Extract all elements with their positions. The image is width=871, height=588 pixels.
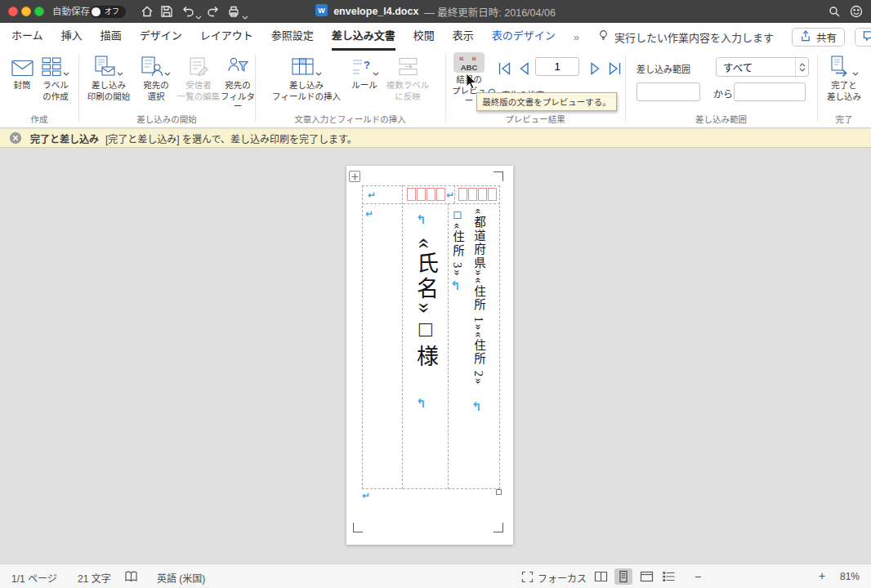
save-icon[interactable] xyxy=(160,5,173,18)
previous-record-button[interactable] xyxy=(517,61,531,79)
merge-range-dropdown[interactable]: すべて xyxy=(716,57,809,77)
feedback-smiley-icon[interactable] xyxy=(850,5,863,18)
merge-range-from-input[interactable] xyxy=(636,82,700,101)
group-label-finish: 完了 xyxy=(817,113,871,125)
insert-merge-field-icon xyxy=(292,56,314,78)
envelopes-button[interactable]: 封筒 xyxy=(5,52,39,90)
labels-button[interactable]: ラベル の作成 xyxy=(36,52,75,101)
message-bar: 完了と差し込み [完了と差し込み] を選んで、差し込み印刷を完了します。 xyxy=(0,128,871,148)
comments-button[interactable]: コメント xyxy=(855,28,871,47)
postal-code-box[interactable] xyxy=(436,188,445,201)
autosave-state: オフ xyxy=(105,7,119,17)
group-label-merge-range: 差し込み範囲 xyxy=(625,113,817,125)
postal-code-box[interactable] xyxy=(417,188,426,201)
tab-view[interactable]: 表示 xyxy=(453,23,474,51)
chevron-down-icon xyxy=(63,69,69,78)
page-indicator[interactable]: 1/1 ページ xyxy=(11,571,57,585)
insert-merge-field-button[interactable]: 差し込み フィールドの挿入 xyxy=(268,52,345,101)
focus-button[interactable]: フォーカス xyxy=(538,571,587,585)
select-recipients-button[interactable]: 宛先の 選択 xyxy=(136,52,176,101)
tab-layout[interactable]: レイアウト xyxy=(200,23,253,51)
message-bar-title: 完了と差し込み xyxy=(30,131,99,145)
undo-icon[interactable] xyxy=(181,5,194,18)
filter-recipients-button[interactable]: 宛先の フィルター xyxy=(219,52,257,111)
recipient-name-field[interactable]: «氏名»□様 xyxy=(410,238,442,499)
close-window-button[interactable] xyxy=(8,7,18,16)
tab-design[interactable]: デザイン xyxy=(140,23,182,51)
postal-code-box[interactable] xyxy=(427,188,436,201)
last-record-button[interactable] xyxy=(607,61,623,79)
text-boundary-corner xyxy=(494,172,503,181)
toggle-knob xyxy=(92,7,100,16)
group-label-write-insert-fields: 文章入力とフィールドの挿入 xyxy=(255,113,445,125)
group-separator xyxy=(625,55,626,122)
tab-review[interactable]: 校閲 xyxy=(413,23,435,51)
group-label-create: 作成 xyxy=(0,113,78,125)
word-doc-icon: W xyxy=(315,4,328,20)
table-resize-handle[interactable] xyxy=(496,489,502,495)
dropdown-stepper-icon xyxy=(795,58,808,76)
document-title: envelope_l4.docx xyxy=(333,6,418,17)
chevron-down-icon xyxy=(373,69,379,78)
comment-icon xyxy=(863,30,871,44)
ribbon-tab-bar: ホーム 挿入 描画 デザイン レイアウト 参照設定 差し込み文書 校閲 表示 表… xyxy=(0,23,871,51)
focus-icon xyxy=(521,571,534,586)
postal-code-box[interactable] xyxy=(488,188,497,201)
group-separator xyxy=(78,55,79,122)
recipient-address-line2-field[interactable]: □«住所 3» xyxy=(449,208,467,372)
postal-code-box[interactable] xyxy=(468,188,477,201)
word-count[interactable]: 21 文字 xyxy=(78,571,111,585)
autosave-toggle[interactable]: オフ xyxy=(90,6,126,18)
merge-range-label: 差し込み範囲 xyxy=(636,62,690,75)
tab-table-design[interactable]: 表のデザイン xyxy=(492,23,556,51)
next-record-button[interactable] xyxy=(588,61,602,79)
zoom-level[interactable]: 81% xyxy=(840,571,860,582)
tab-insert[interactable]: 挿入 xyxy=(61,23,83,51)
first-record-button[interactable] xyxy=(497,61,512,79)
rules-button[interactable]: ? ルール xyxy=(346,52,382,90)
tab-references[interactable]: 参照設定 xyxy=(271,23,314,51)
tab-mailings[interactable]: 差し込み文書 xyxy=(332,23,395,51)
postal-code-box[interactable] xyxy=(407,188,416,201)
chevron-down-icon xyxy=(117,69,123,78)
tab-draw[interactable]: 描画 xyxy=(100,23,122,51)
paragraph-mark: ↵ xyxy=(362,490,370,501)
print-icon[interactable] xyxy=(227,5,240,18)
home-icon[interactable] xyxy=(141,5,154,18)
postal-code-box[interactable] xyxy=(478,188,487,201)
postal-code-box[interactable] xyxy=(458,188,467,201)
merge-range-to-input[interactable] xyxy=(734,82,806,101)
search-icon[interactable] xyxy=(829,6,842,19)
recipient-address-line1-field[interactable]: «都道府県»«住所 1»«住所 2» xyxy=(471,208,488,478)
share-button[interactable]: 共有 xyxy=(792,28,845,47)
document-page[interactable]: ↵ ↵ ↵ ↵ ↰ ↰ ↰ ↰ «氏名»□様 «都道府県»«住所 1»«住所 2… xyxy=(346,166,513,545)
zoom-in-button[interactable]: + xyxy=(819,569,825,582)
print-layout-view-button[interactable] xyxy=(614,568,632,585)
document-meta: — 最終更新日時: 2016/04/06 xyxy=(424,4,555,20)
table-move-handle[interactable] xyxy=(349,171,360,182)
finish-and-merge-button[interactable]: 完了と 差し込み xyxy=(820,52,868,101)
autosave-label: 自動保存 xyxy=(52,0,90,23)
minimize-window-button[interactable] xyxy=(21,7,31,16)
select-recipients-icon xyxy=(141,56,163,78)
labels-icon xyxy=(42,56,61,78)
table-column-divider xyxy=(402,185,403,489)
tab-home[interactable]: ホーム xyxy=(11,23,43,51)
group-separator xyxy=(817,55,818,122)
web-layout-view-button[interactable] xyxy=(637,568,655,585)
redo-icon[interactable] xyxy=(207,5,220,18)
read-mode-view-button[interactable] xyxy=(592,568,610,585)
language-indicator[interactable]: 英語 (米国) xyxy=(157,571,205,585)
message-close-icon[interactable] xyxy=(9,131,22,145)
tooltip: 最終版の文書をプレビューする。 xyxy=(476,92,617,111)
zoom-out-button[interactable]: − xyxy=(695,570,701,583)
record-number-input[interactable] xyxy=(535,57,579,76)
lightbulb-icon xyxy=(597,29,610,44)
start-mail-merge-button[interactable]: 差し込み 印刷の開始 xyxy=(82,52,136,101)
tab-overflow-chevron[interactable]: » xyxy=(574,31,579,43)
proofing-book-icon[interactable] xyxy=(124,570,138,586)
tell-me-search[interactable]: 実行したい作業内容を入力します xyxy=(597,29,774,45)
paragraph-mark: ↵ xyxy=(368,189,376,201)
zoom-window-button[interactable] xyxy=(34,7,44,16)
outline-view-button[interactable] xyxy=(660,568,678,585)
